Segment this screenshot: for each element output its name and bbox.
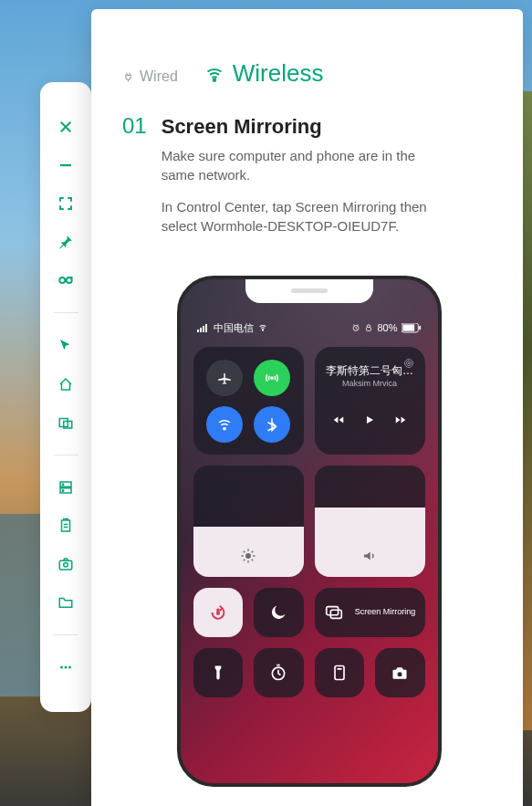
wifi-icon	[205, 65, 224, 83]
status-wifi-icon	[257, 323, 268, 332]
svg-point-26	[224, 427, 225, 429]
svg-rect-33	[330, 610, 341, 618]
folder-icon[interactable]	[56, 593, 76, 612]
bluetooth-toggle[interactable]	[254, 406, 290, 443]
svg-point-7	[62, 489, 64, 491]
phone-vol-up	[177, 407, 178, 445]
brightness-slider[interactable]	[193, 466, 304, 577]
step-number: 01	[122, 115, 147, 248]
svg-rect-30	[216, 611, 220, 615]
screen-mirroring-label: Screen Mirroring	[355, 608, 416, 617]
phone-status-bar: 中国电信 80%	[181, 319, 438, 336]
svg-rect-23	[402, 324, 414, 330]
connectivity-tile	[193, 347, 304, 455]
sidebar-separator	[53, 312, 78, 313]
svg-point-25	[271, 376, 273, 378]
svg-point-31	[245, 553, 251, 559]
volume-slider[interactable]	[315, 466, 425, 577]
tab-wireless[interactable]: Wireless	[205, 59, 324, 88]
flashlight-button[interactable]	[193, 648, 244, 697]
lock-icon	[364, 323, 373, 332]
svg-point-13	[68, 665, 71, 668]
carrier-label: 中国电信	[214, 321, 254, 335]
svg-rect-16	[200, 328, 202, 332]
svg-rect-15	[197, 330, 199, 332]
orientation-lock-toggle[interactable]	[193, 588, 244, 637]
multitask-icon[interactable]	[56, 413, 76, 432]
phone-illustration: 中国电信 80%	[122, 276, 495, 787]
status-left: 中国电信	[197, 321, 268, 335]
server-icon[interactable]	[56, 478, 76, 497]
tab-wired[interactable]: Wired	[122, 68, 178, 85]
more-icon[interactable]	[56, 658, 76, 676]
volume-icon	[361, 548, 378, 568]
music-title: 李斯特第二号匈…	[324, 363, 416, 379]
svg-point-12	[65, 665, 68, 668]
screen-mirroring-button[interactable]: Screen Mirroring	[315, 588, 425, 637]
brightness-icon	[240, 548, 256, 568]
svg-point-0	[59, 277, 65, 283]
phone-mute-switch	[177, 361, 178, 385]
connection-tabs: Wired Wireless	[122, 59, 495, 88]
music-tile[interactable]: 李斯特第二号匈… Maksim Mrvica	[315, 347, 425, 455]
step-title: Screen Mirroring	[162, 115, 444, 139]
svg-rect-21	[367, 328, 371, 331]
step-para-1: Make sure computer and phone are in the …	[162, 146, 444, 184]
calculator-button[interactable]	[315, 648, 365, 697]
camera-icon[interactable]	[56, 555, 76, 573]
clipboard-icon[interactable]	[56, 517, 76, 535]
camera-button[interactable]	[375, 648, 425, 697]
phone-speaker	[291, 288, 328, 293]
svg-rect-9	[59, 560, 72, 570]
instructions-panel: Wired Wireless 01 Screen Mirroring Make …	[91, 9, 523, 806]
timer-button[interactable]	[254, 648, 304, 697]
wifi-toggle[interactable]	[206, 406, 243, 443]
tab-wired-label: Wired	[140, 68, 178, 85]
next-track-icon[interactable]	[394, 413, 407, 430]
svg-rect-8	[62, 520, 70, 531]
sidebar-separator	[53, 455, 78, 455]
play-icon[interactable]	[363, 413, 376, 430]
app-sidebar	[40, 82, 91, 712]
close-icon[interactable]	[56, 118, 76, 136]
home-icon[interactable]	[56, 374, 76, 393]
utility-row	[193, 648, 425, 697]
svg-point-29	[408, 362, 410, 364]
do-not-disturb-toggle[interactable]	[254, 588, 304, 637]
pin-icon[interactable]	[56, 233, 76, 251]
fullscreen-icon[interactable]	[56, 194, 76, 213]
prev-track-icon[interactable]	[332, 413, 345, 430]
phone-vol-down	[177, 455, 178, 493]
phone-side-button	[441, 416, 442, 471]
step-body: Screen Mirroring Make sure computer and …	[162, 115, 444, 248]
cellular-toggle[interactable]	[254, 360, 290, 396]
link-icon[interactable]	[56, 271, 76, 289]
cursor-icon[interactable]	[56, 336, 76, 354]
svg-point-36	[398, 672, 402, 676]
music-artist: Maksim Mrvica	[324, 379, 416, 388]
airplane-toggle[interactable]	[206, 360, 243, 396]
status-right: 80%	[351, 322, 421, 333]
svg-point-14	[214, 79, 216, 81]
lock-row	[193, 588, 304, 637]
phone-frame: 中国电信 80%	[177, 276, 442, 787]
sidebar-separator	[53, 634, 78, 635]
svg-point-10	[64, 562, 68, 567]
svg-point-6	[62, 483, 64, 485]
control-center: 李斯特第二号匈… Maksim Mrvica	[193, 347, 425, 783]
tab-wireless-label: Wireless	[233, 59, 324, 88]
svg-rect-24	[419, 325, 421, 330]
step-block: 01 Screen Mirroring Make sure computer a…	[122, 115, 495, 248]
music-controls	[324, 413, 416, 430]
svg-point-11	[60, 665, 63, 668]
svg-rect-17	[203, 326, 204, 332]
battery-label: 80%	[377, 322, 397, 333]
step-para-2: In Control Center, tap Screen Mirroring …	[162, 197, 444, 236]
airplay-icon	[403, 356, 414, 372]
minimize-icon[interactable]	[56, 156, 76, 174]
plug-icon	[122, 71, 134, 83]
alarm-icon	[351, 323, 360, 332]
battery-icon	[402, 323, 422, 333]
svg-rect-18	[205, 324, 207, 332]
svg-rect-32	[326, 607, 338, 615]
